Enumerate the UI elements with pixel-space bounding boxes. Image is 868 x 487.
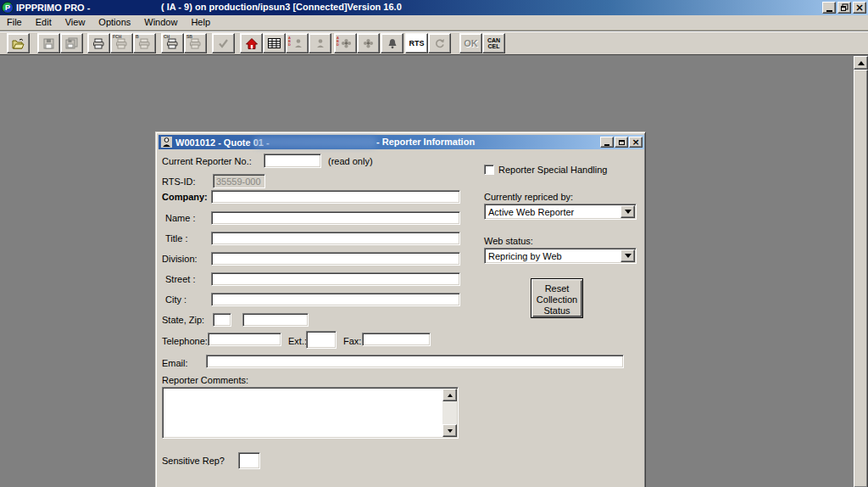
workspace-vertical-scrollbar[interactable] xyxy=(854,56,868,487)
company-label: Company: xyxy=(162,192,208,202)
city-label: City : xyxy=(165,294,186,305)
state-input[interactable] xyxy=(213,313,231,327)
sensitive-rep-input[interactable] xyxy=(238,452,260,469)
bell-button[interactable] xyxy=(381,33,403,53)
ok-button[interactable]: OK xyxy=(459,33,482,53)
bell-icon xyxy=(387,38,398,49)
print-sb-tag: SB xyxy=(186,35,192,39)
title-label: Title : xyxy=(165,233,188,244)
refresh-button[interactable] xyxy=(428,33,451,53)
company-input[interactable] xyxy=(211,190,460,204)
rosette-icon xyxy=(363,38,374,49)
print-button[interactable] xyxy=(87,33,110,53)
arrow-up-icon xyxy=(858,58,865,65)
email-input[interactable] xyxy=(206,355,624,368)
division-label: Division: xyxy=(162,254,198,264)
web-status-value: Repricing by Web xyxy=(485,251,620,261)
save-all-button[interactable] xyxy=(60,33,83,53)
collection-abd-button[interactable]: A B D xyxy=(334,33,357,53)
chevron-down-icon xyxy=(625,254,632,261)
print-ch-tag: CH xyxy=(164,35,170,39)
web-status-combo[interactable]: Repricing by Web xyxy=(484,248,637,264)
special-handling-label: Reporter Special Handling xyxy=(498,165,607,175)
fax-input[interactable] xyxy=(362,333,431,346)
ext-label: Ext.: xyxy=(288,336,307,346)
current-reporter-input[interactable] xyxy=(264,154,321,168)
collection-button[interactable] xyxy=(357,33,380,53)
repriced-by-label: Currently repriced by: xyxy=(484,192,573,202)
rts-id-input xyxy=(213,174,265,188)
ext-input[interactable] xyxy=(306,331,337,349)
dropdown-button[interactable] xyxy=(620,205,635,218)
print-sb-button[interactable]: SB xyxy=(184,33,207,53)
home-icon xyxy=(246,38,258,49)
print-b-button[interactable]: B xyxy=(133,33,156,53)
city-input[interactable] xyxy=(211,293,460,306)
application-window: P IPPPRIMO PRO - ( IA - 9) on production… xyxy=(0,0,868,487)
app-icon[interactable]: P xyxy=(2,2,14,14)
refresh-icon xyxy=(434,38,445,48)
name-input[interactable] xyxy=(211,211,460,225)
printer-ch-icon xyxy=(166,38,179,49)
menu-file[interactable]: File xyxy=(0,15,29,30)
menu-window[interactable]: Window xyxy=(137,15,184,30)
special-handling-checkbox[interactable] xyxy=(484,165,494,175)
rts-label: RTS xyxy=(409,39,425,48)
maximize-icon xyxy=(619,140,625,145)
person-icon xyxy=(315,38,326,48)
dropdown-button[interactable] xyxy=(620,249,635,262)
web-status-label: Web status: xyxy=(484,236,533,246)
scroll-up-button[interactable] xyxy=(854,56,868,70)
workspace: W001012 - Quote 01 - - Reporter Informat… xyxy=(0,54,868,487)
scroll-down-button[interactable] xyxy=(442,424,457,437)
read-only-note: (read only) xyxy=(328,156,373,166)
scrollbar-thumb[interactable] xyxy=(854,70,868,487)
dialog-maximize-button[interactable] xyxy=(615,137,628,148)
zip-input[interactable] xyxy=(242,313,309,327)
restore-icon xyxy=(841,6,846,11)
state-zip-label: State, Zip: xyxy=(162,315,204,325)
menubar: File Edit View Options Window Help xyxy=(0,15,868,31)
validate-button[interactable] xyxy=(212,33,235,53)
current-reporter-label: Current Reporter No.: xyxy=(162,156,252,166)
title-input[interactable] xyxy=(211,232,460,245)
main-titlebar[interactable]: P IPPPRIMO PRO - ( IA - 9) on production… xyxy=(0,0,868,15)
save-floppy-icon xyxy=(43,38,54,49)
sensitive-rep-label: Sensitive Rep? xyxy=(162,456,225,466)
dialog-close-button[interactable] xyxy=(629,137,643,148)
minimize-button[interactable] xyxy=(822,2,836,14)
dialog-titlebar[interactable]: W001012 - Quote 01 - - Reporter Informat… xyxy=(159,135,644,149)
reset-collection-status-button[interactable]: Reset Collection Status xyxy=(531,278,583,318)
division-input[interactable] xyxy=(211,252,460,266)
name-label: Name : xyxy=(165,213,195,223)
grid-button[interactable] xyxy=(263,33,286,53)
comments-scrollbar[interactable] xyxy=(442,389,457,437)
cancel-button[interactable]: CAN CEL xyxy=(482,33,505,53)
menu-help[interactable]: Help xyxy=(184,15,217,30)
open-button[interactable] xyxy=(7,33,30,53)
save-button[interactable] xyxy=(37,33,60,53)
print-fch-button[interactable]: FCH xyxy=(110,33,133,53)
redacted-title-text xyxy=(253,137,377,148)
printer-sb-icon xyxy=(189,38,202,49)
menu-view[interactable]: View xyxy=(58,15,92,30)
save-all-icon xyxy=(65,37,78,49)
menu-edit[interactable]: Edit xyxy=(29,15,58,30)
comments-textarea[interactable] xyxy=(162,387,459,439)
menu-options[interactable]: Options xyxy=(92,15,137,30)
dialog-minimize-button[interactable] xyxy=(600,137,614,148)
repriced-by-combo[interactable]: Active Web Reporter xyxy=(484,204,637,220)
print-ch-button[interactable]: CH xyxy=(161,33,184,53)
reporter-button[interactable] xyxy=(309,33,331,53)
scroll-up-button[interactable] xyxy=(442,389,457,401)
arrow-up-icon xyxy=(448,391,453,397)
comments-label: Reporter Comments: xyxy=(162,375,248,385)
street-input[interactable] xyxy=(211,272,460,286)
chevron-down-icon xyxy=(625,210,632,217)
home-button[interactable] xyxy=(240,33,263,53)
restore-button[interactable] xyxy=(837,2,851,14)
close-button[interactable] xyxy=(853,2,866,14)
rts-button[interactable]: RTS xyxy=(405,33,428,53)
reporter-abd-button[interactable]: A B D xyxy=(286,33,309,53)
telephone-input[interactable] xyxy=(208,333,281,346)
